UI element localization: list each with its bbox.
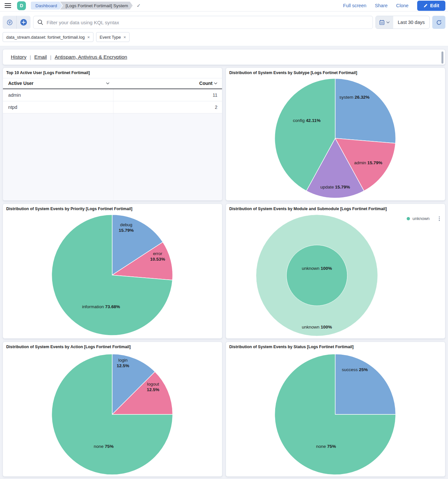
refresh-icon xyxy=(436,20,442,25)
filter-pill-dataset[interactable]: data_stream.dataset: fortinet_fortimail.… xyxy=(3,32,93,42)
filter-pill-event-type[interactable]: Event Type× xyxy=(96,32,130,42)
chart-slice-label: error xyxy=(153,251,162,256)
subtype-chart-svg: system 26.32%admin 15.79%update 15.79%co… xyxy=(226,68,445,200)
menu-hamburger-icon[interactable] xyxy=(5,3,11,8)
link-antispam[interactable]: Antispam, Antivirus & Encryption xyxy=(55,54,127,60)
saved-check-icon: ✓ xyxy=(137,3,141,9)
priority-pie-chart[interactable]: debug15.79%error10.53%information 73.68% xyxy=(3,204,222,338)
chart-slice-label: information 73.68% xyxy=(82,304,120,309)
breadcrumb-current-page[interactable]: [Logs Fortinet Fortimail] System xyxy=(60,2,133,10)
panel-title: Distribution of System Events by Action … xyxy=(3,342,222,351)
chart-slice-label: unknown 100% xyxy=(302,266,332,271)
kql-search-box xyxy=(33,16,373,29)
pie-slice-success[interactable] xyxy=(335,354,396,414)
calendar-icon xyxy=(379,20,385,25)
status-pie-chart[interactable]: success 25%none 75% xyxy=(226,342,445,476)
module-sunburst-chart[interactable]: unknown 100%unknown 100% xyxy=(226,204,445,338)
column-header-count[interactable]: Count xyxy=(113,81,222,86)
legend-item-unknown[interactable]: unknown xyxy=(413,216,430,221)
panel-title: Distribution of System Events by Module … xyxy=(226,204,445,213)
panel-events-by-status: Distribution of System Events by Status … xyxy=(226,342,445,477)
pencil-icon xyxy=(423,4,428,8)
chart-slice-label: unknown 100% xyxy=(302,325,332,329)
sunburst-ring-unknown[interactable] xyxy=(286,245,347,306)
table-row: ntpd 2 xyxy=(3,101,222,113)
table-row: admin 11 xyxy=(3,89,222,101)
panel-events-by-subtype: Distribution of System Events by Subtype… xyxy=(226,68,445,201)
panel-top-active-users: Top 10 Active User [Logs Fortinet Fortim… xyxy=(3,68,222,201)
markdown-links-panel: History| Email| Antispam, Antivirus & En… xyxy=(3,49,445,65)
time-range-label[interactable]: Last 30 days xyxy=(393,16,429,29)
avatar[interactable]: D xyxy=(17,1,26,10)
link-history[interactable]: History xyxy=(11,54,27,60)
chart-slice-label: debug xyxy=(120,222,132,227)
chart-slice-label: none 75% xyxy=(316,444,336,449)
query-bar-section: Last 30 days data_stream.dataset: fortin… xyxy=(0,11,448,46)
top-navigation-bar: D Dashboard [Logs Fortinet Fortimail] Sy… xyxy=(0,0,448,11)
chart-slice-label: none 75% xyxy=(94,444,114,449)
panel-title: Distribution of System Events by Status … xyxy=(226,342,445,351)
kql-search-input[interactable] xyxy=(47,20,369,25)
chevron-down-icon[interactable] xyxy=(214,82,217,85)
edit-button[interactable]: Edit xyxy=(417,1,445,11)
action-chart-svg: login12.5%logout12.5%none 75% xyxy=(3,342,222,476)
priority-chart-svg: debug15.79%error10.53%information 73.68% xyxy=(3,204,222,338)
column-header-active-user[interactable]: Active User xyxy=(3,81,113,86)
table-empty-area xyxy=(3,113,222,200)
panel-title: Distribution of System Events by Priorit… xyxy=(3,204,222,213)
chart-slice-label: logout xyxy=(147,382,159,387)
remove-filter-icon[interactable]: × xyxy=(124,35,126,40)
breadcrumb-dashboard[interactable]: Dashboard xyxy=(31,2,62,10)
clone-link[interactable]: Clone xyxy=(396,3,409,8)
chart-slice-label: success 25% xyxy=(342,367,368,372)
active-users-table: Active User Count admin 11 ntpd 2 xyxy=(3,78,222,200)
chevron-down-icon xyxy=(386,21,390,24)
chart-slice-label: system 26.32% xyxy=(339,95,370,100)
refresh-button[interactable] xyxy=(432,16,445,29)
saved-query-filter-icon[interactable] xyxy=(3,16,16,29)
plus-circle-icon xyxy=(20,19,27,26)
pie-slice-system[interactable] xyxy=(335,79,396,143)
chevron-down-icon[interactable] xyxy=(106,82,110,85)
full-screen-link[interactable]: Full screen xyxy=(343,3,366,8)
panel-events-by-action: Distribution of System Events by Action … xyxy=(3,342,222,477)
chart-legend: unknown xyxy=(407,216,440,222)
remove-filter-icon[interactable]: × xyxy=(87,35,90,40)
legend-options-kebab-icon[interactable] xyxy=(438,216,440,222)
chart-slice-label: 10.53% xyxy=(150,257,165,262)
chart-slice-label: config 42.11% xyxy=(293,118,321,123)
panel-events-by-module: Distribution of System Events by Module … xyxy=(226,204,445,339)
dashboard-content: History| Email| Antispam, Antivirus & En… xyxy=(0,46,448,479)
status-chart-svg: success 25%none 75% xyxy=(226,342,445,476)
legend-color-dot xyxy=(407,217,410,220)
search-icon xyxy=(37,19,43,25)
filter-pills-row: data_stream.dataset: fortinet_fortimail.… xyxy=(3,32,445,42)
breadcrumb: Dashboard [Logs Fortinet Fortimail] Syst… xyxy=(31,2,141,10)
chart-slice-label: admin 15.79% xyxy=(354,160,382,165)
chart-slice-label: update 15.79% xyxy=(320,185,350,190)
share-link[interactable]: Share xyxy=(375,3,388,8)
panel-title: Distribution of System Events by Subtype… xyxy=(226,68,445,77)
link-email[interactable]: Email xyxy=(34,54,47,60)
panel-events-by-priority: Distribution of System Events by Priorit… xyxy=(3,204,222,339)
panel-title: Top 10 Active User [Logs Fortinet Fortim… xyxy=(3,68,222,77)
subtype-pie-chart[interactable]: system 26.32%admin 15.79%update 15.79%co… xyxy=(226,68,445,200)
filter-button-group xyxy=(3,16,31,29)
date-picker: Last 30 days xyxy=(376,16,430,29)
add-filter-button[interactable] xyxy=(17,16,31,29)
action-pie-chart[interactable]: login12.5%logout12.5%none 75% xyxy=(3,342,222,476)
chart-slice-label: login xyxy=(118,358,128,363)
date-picker-calendar-button[interactable] xyxy=(376,16,393,29)
chart-slice-label: 15.79% xyxy=(119,228,134,233)
chart-slice-label: 12.5% xyxy=(117,363,129,368)
chart-slice-label: 12.5% xyxy=(147,387,159,392)
module-chart-svg: unknown 100%unknown 100% xyxy=(226,204,445,338)
scrollbar-thumb[interactable] xyxy=(441,51,443,64)
